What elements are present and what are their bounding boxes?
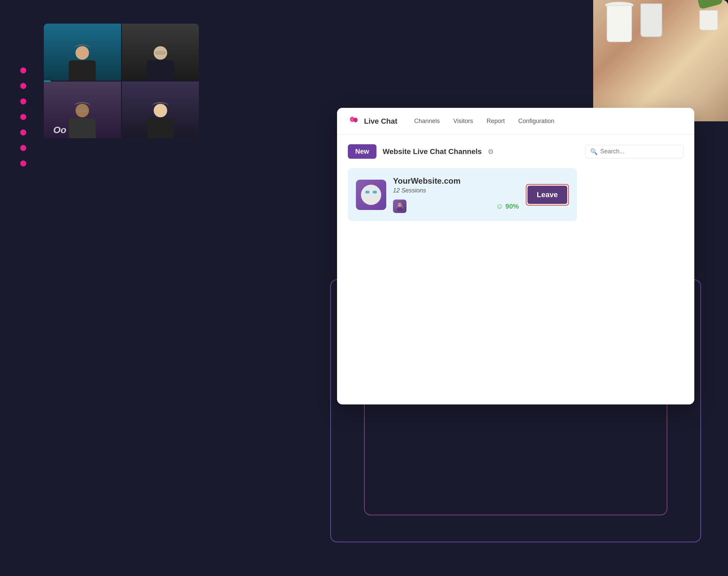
channel-sessions: 12 Sessions [393, 187, 519, 194]
person-3-head [76, 104, 89, 117]
person-4-head [154, 104, 167, 117]
svg-rect-4 [396, 206, 398, 208]
person-1-head [76, 46, 89, 60]
person-2-head [154, 46, 167, 60]
leave-button[interactable]: Leave [527, 186, 567, 204]
robot-icon [361, 185, 381, 205]
nav-logo: Live Chat [348, 115, 397, 127]
person-3-body [69, 118, 96, 138]
video-cell-4 [122, 82, 199, 139]
channel-info: YourWebsite.com 12 Sessions [393, 176, 519, 213]
dot-3 [20, 98, 26, 105]
dot-7 [20, 161, 26, 167]
cup-2-body [640, 3, 662, 37]
nav-logo-text: Live Chat [364, 117, 397, 126]
dot-2 [20, 83, 26, 89]
svg-point-6 [398, 204, 399, 205]
nav-item-visitors[interactable]: Visitors [447, 115, 479, 127]
live-chat-logo-icon [348, 115, 360, 127]
video-cell-1 [44, 24, 121, 81]
agent-avatar [393, 200, 406, 213]
satisfaction-value: 90% [505, 203, 519, 210]
video-call-panel: Oo [44, 24, 199, 138]
keyboard-background [593, 0, 728, 121]
nav-item-channels[interactable]: Channels [408, 115, 446, 127]
person-1-body [69, 60, 96, 81]
agent-icon [395, 202, 404, 211]
robot-eye-left [365, 191, 369, 194]
svg-point-2 [398, 203, 402, 207]
page-title: Website Live Chat Channels [382, 147, 482, 156]
channel-card: YourWebsite.com 12 Sessions [348, 168, 577, 221]
dot-6 [20, 145, 26, 151]
svg-rect-3 [397, 208, 402, 211]
dot-5 [20, 129, 26, 136]
search-input[interactable] [600, 148, 678, 155]
search-icon: 🔍 [590, 148, 598, 155]
person-2-body [147, 60, 174, 81]
title-row: New Website Live Chat Channels ⚙ 🔍 [348, 144, 683, 159]
leave-button-wrapper: Leave [526, 184, 569, 206]
plant-pot [699, 10, 718, 30]
nav-item-configuration[interactable]: Configuration [512, 115, 560, 127]
dot-1 [20, 67, 26, 74]
plant-leaves [696, 0, 723, 9]
svg-point-1 [354, 118, 358, 122]
navigation-bar: Live Chat Channels Visitors Report Confi… [337, 108, 694, 135]
robot-eyes [365, 191, 377, 194]
satisfaction-score: ☺ 90% [496, 202, 519, 211]
channel-footer: ☺ 90% [393, 200, 519, 213]
nav-item-report[interactable]: Report [481, 115, 511, 127]
smile-icon: ☺ [496, 202, 503, 211]
search-box: 🔍 [585, 145, 683, 159]
content-area: New Website Live Chat Channels ⚙ 🔍 [337, 135, 694, 231]
gear-icon[interactable]: ⚙ [488, 148, 494, 156]
new-button[interactable]: New [348, 144, 376, 159]
channel-avatar [356, 180, 386, 210]
svg-point-7 [400, 204, 401, 205]
cup-1-body [607, 5, 632, 42]
decorative-dots [20, 67, 26, 167]
video-cell-2 [122, 24, 199, 81]
robot-eye-right [373, 191, 377, 194]
app-logo-watermark: Oo [53, 125, 66, 136]
main-panel: Live Chat Channels Visitors Report Confi… [337, 108, 694, 404]
dot-4 [20, 114, 26, 120]
svg-rect-5 [402, 206, 403, 208]
channel-name: YourWebsite.com [393, 176, 519, 186]
person-4-body [147, 118, 174, 138]
nav-menu: Channels Visitors Report Configuration [408, 115, 683, 127]
keyboard-photo [593, 0, 728, 121]
